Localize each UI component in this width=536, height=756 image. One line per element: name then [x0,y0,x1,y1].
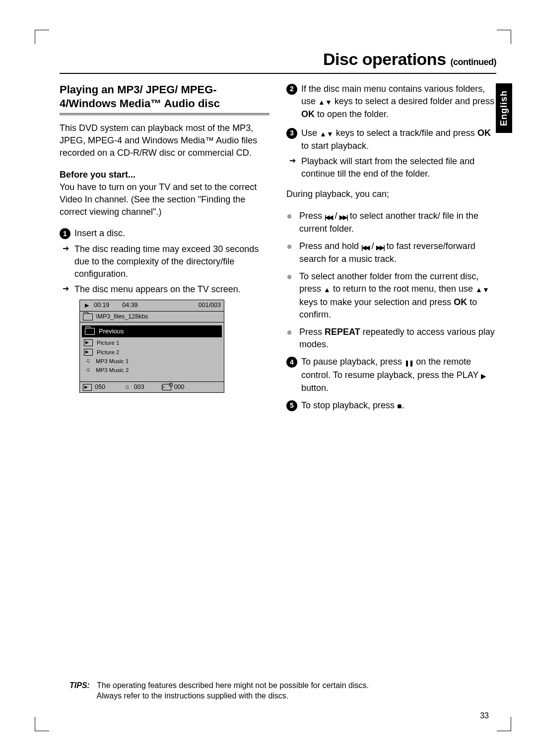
manual-page: English Disc operations (continued) Play… [0,0,536,756]
up-arrow-icon [320,127,327,140]
rewind-icon [361,241,369,253]
text-fragment: button. [301,383,329,393]
step-3: 3 Use keys to select a track/file and pr… [286,127,496,152]
text-fragment: to start playback. [301,141,369,151]
prev-track-icon [325,210,332,223]
text-fragment: Press [299,211,325,221]
tips-label: TIPS: [69,681,90,690]
step-number-icon: 4 [286,357,297,368]
step-5: 5 To stop playback, press . [286,399,496,412]
text-fragment: to return to the root menu, then use [331,284,475,294]
tips-footer: TIPS: The operating features described h… [69,680,476,701]
step-number-icon: 5 [286,400,297,411]
tips-line-2: Always refer to the instructions supplie… [96,692,288,700]
osd-path: \MP3_files_128kbs [96,313,148,321]
folder-up-icon [85,328,95,335]
bullet-icon: ● [286,241,296,265]
text-fragment: To pause playback, press [301,357,404,367]
page-title-suffix: (continued) [451,57,496,67]
step-3-body: Use keys to select a track/file and pres… [301,127,496,152]
osd-item-label: MP3 Music 1 [96,357,129,365]
bullet-item: ● Press / to select another track/ file … [286,210,496,235]
osd-pic-count: 050 [95,383,105,392]
page-title-main: Disc operations [323,50,446,68]
step-3-result: Playback will start from the selected fi… [286,155,496,180]
tips-line-1: The operating features described here mi… [97,681,369,690]
osd-list-item: MP3 Music 2 [83,366,221,375]
down-arrow-icon [325,96,332,108]
language-tab: English [496,83,512,133]
down-arrow-icon [482,283,489,296]
music-icon [84,358,92,364]
page-title: Disc operations (continued) [60,50,496,74]
osd-time-total: 04:39 [122,301,137,310]
osd-music-count: 003 [134,383,144,392]
bullet-body: Press and hold / to fast reverse/forward… [299,240,496,265]
intro-paragraph: This DVD system can playback most of the… [60,122,269,160]
repeat-key: REPEAT [325,327,360,337]
step-2-body: If the disc main menu contains various f… [301,83,496,121]
osd-list-item: Picture 2 [83,348,221,357]
step-number-icon: 2 [286,84,297,95]
crop-mark [497,717,511,731]
step-5-body: To stop playback, press . [301,399,496,412]
stop-icon [397,400,402,412]
osd-list-item: Picture 1 [83,338,221,347]
crop-mark [35,30,49,44]
osd-item-label: MP3 Music 2 [96,366,129,374]
up-arrow-icon [318,96,325,108]
content-columns: Playing an MP3/ JPEG/ MPEG-4/Windows Med… [60,83,496,415]
fast-forward-icon [376,241,384,253]
ok-key: OK [477,128,491,138]
up-arrow-icon [475,283,482,296]
video-icon [162,384,171,390]
play-icon [83,303,91,309]
step-4: 4 To pause playback, press on the remote… [286,356,496,394]
picture-icon [83,384,92,391]
folder-icon [83,314,93,320]
step-number-icon: 1 [60,228,70,239]
during-playback-intro: During playback, you can; [286,188,496,200]
text-fragment: keys to make your selection and press [299,297,454,307]
bullet-item: ● To select another folder from the curr… [286,270,496,321]
step-1-text: Insert a disc. [74,227,269,240]
right-column: 2 If the disc main menu contains various… [286,83,496,415]
osd-previous-item: Previous [82,325,222,337]
step-number-icon: 3 [286,128,297,139]
step-4-body: To pause playback, press on the remote c… [301,356,496,394]
play-icon [481,370,486,382]
osd-file-list: Previous Picture 1 Picture 2 MP3 Music 1 [80,322,224,382]
step-1-result-2: The disc menu appears on the TV screen. [60,283,269,296]
text-fragment: keys to select a track/file and press [334,128,477,138]
text-fragment: Press and hold [299,241,361,251]
before-text: You have to turn on your TV and set to t… [60,182,257,217]
picture-icon [84,349,93,356]
osd-video-count: 000 [174,383,185,392]
osd-top-row: 00:19 04:39 001/003 [80,300,224,312]
osd-item-label: Picture 2 [97,348,119,356]
picture-icon [84,339,93,346]
bullet-icon: ● [286,271,296,321]
text-fragment: . [402,400,404,410]
left-column: Playing an MP3/ JPEG/ MPEG-4/Windows Med… [60,83,269,415]
next-track-icon [339,210,347,223]
page-number: 33 [480,711,489,720]
bullet-item: ● Press and hold / to fast reverse/forwa… [286,240,496,265]
disc-menu-osd: 00:19 04:39 001/003 \MP3_files_128kbs Pr… [79,300,224,393]
ok-key: OK [454,297,467,307]
step-2: 2 If the disc main menu contains various… [286,83,496,121]
ok-key: OK [301,109,315,119]
section-heading: Playing an MP3/ JPEG/ MPEG-4/Windows Med… [60,83,269,115]
text-fragment: Use [301,128,320,138]
pause-icon [404,356,413,369]
text-fragment: to open the folder. [315,109,389,119]
bullet-body: Press REPEAT repeatedly to access variou… [299,326,496,351]
text-fragment: Press [299,327,325,337]
osd-path-row: \MP3_files_128kbs [80,312,224,323]
bullet-item: ● Press REPEAT repeatedly to access vari… [286,326,496,351]
osd-track-index: 001/003 [199,301,221,310]
osd-item-label: Picture 1 [97,339,119,347]
osd-previous-label: Previous [99,327,124,336]
bullet-icon: ● [286,211,296,235]
text-fragment: keys to select a desired folder and pres… [332,96,494,106]
